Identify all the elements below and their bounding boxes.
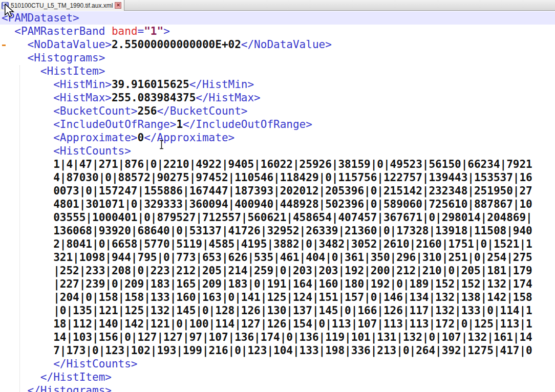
code-line: 1|4|47|271|876|0|2210|4922|9405|16022|25… [0,158,555,171]
code-line: <IncludeOutOfRange>1</IncludeOutOfRange> [0,118,555,131]
code-line: <NoDataValue>2.55000000000000E+02</NoDat… [0,38,555,51]
code-line: 03555|1000401|0|879527|712557|560621|458… [0,211,555,224]
code-line: |252|233|208|0|223|212|205|214|259|0|203… [0,264,555,277]
code-lines: <PAMDataset> <PAMRasterBand band="1"> <N… [0,11,555,392]
tab-active-file[interactable]: 510100CTU_L5_TM_1990.tif.aux.xml ✕ [0,0,124,11]
code-line: 2|8041|0|6658|5770|5119|4585|4195|3882|0… [0,237,555,251]
code-line: </HistCounts> [0,357,555,371]
code-line: <PAMRasterBand band="1"> [0,25,555,38]
code-line: |227|239|0|209|183|165|209|183|0|191|164… [0,277,555,291]
code-line: </Histograms> [0,384,555,392]
tab-title: 510100CTU_L5_TM_1990.tif.aux.xml [11,2,113,9]
modified-line-marker [2,45,6,46]
code-line: <BucketCount>256</BucketCount> [0,104,555,118]
code-line: <HistMin>39.916015625</HistMin> [0,78,555,91]
code-line: </HistItem> [0,371,555,384]
code-line: <HistCounts> [0,144,555,158]
editor-text-area[interactable]: <PAMDataset> <PAMRasterBand band="1"> <N… [0,11,555,392]
code-line: 4|87030|0|88572|90275|97452|110546|11842… [0,171,555,184]
code-line: <Histograms> [0,51,555,64]
code-line: <Approximate>0</Approximate> [0,131,555,144]
code-line: <HistMax>255.083984375</HistMax> [0,91,555,104]
tab-bar: 510100CTU_L5_TM_1990.tif.aux.xml ✕ [0,0,555,11]
indent-guide [19,66,20,392]
close-icon[interactable]: ✕ [115,2,121,9]
ibeam-cursor-icon [159,140,164,151]
app-window: { "tab": { "title": "510100CTU_L5_TM_199… [0,0,555,392]
code-line: 321|1098|944|795|0|773|653|626|535|461|4… [0,251,555,264]
code-line: 14|103|156|0|127|127|97|107|136|174|0|13… [0,331,555,344]
code-line: |204|0|158|158|133|160|163|0|141|125|124… [0,291,555,304]
code-line: 4801|301071|0|329333|360094|400940|44892… [0,198,555,211]
code-line: |0|135|121|125|132|145|0|128|126|130|137… [0,304,555,317]
code-line: 18|112|140|142|121|0|100|114|127|126|154… [0,317,555,331]
code-line: 7|173|0|123|102|193|199|216|0|123|104|13… [0,344,555,357]
code-line: 0073|0|157247|155886|167447|187393|20201… [0,184,555,198]
code-line: <PAMDataset> [0,11,555,25]
code-line: 136068|93920|68640|0|53137|41726|32952|2… [0,224,555,237]
code-line: <HistItem> [0,64,555,78]
arrow-cursor-icon [5,4,14,20]
